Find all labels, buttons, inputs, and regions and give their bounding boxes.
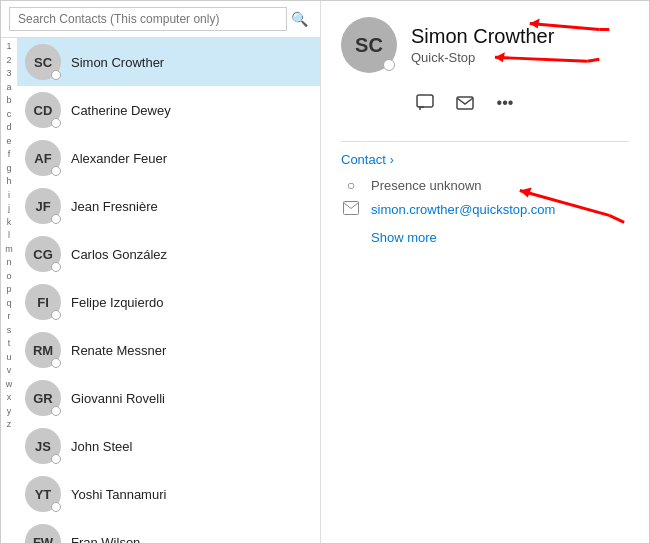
avatar-initials: CD: [34, 103, 53, 118]
avatar-initials: RM: [33, 343, 53, 358]
alpha-index: 1 2 3 a b c d e f g h i j k l m n o p q …: [1, 38, 17, 544]
alpha-m[interactable]: m: [3, 243, 15, 257]
search-bar: 🔍: [1, 1, 320, 38]
alpha-a[interactable]: a: [3, 81, 15, 95]
alpha-y[interactable]: y: [3, 405, 15, 419]
list-item[interactable]: CD Catherine Dewey: [17, 86, 320, 134]
list-item[interactable]: FI Felipe Izquierdo: [17, 278, 320, 326]
alpha-j[interactable]: j: [3, 202, 15, 216]
alpha-h[interactable]: h: [3, 175, 15, 189]
contact-name: Felipe Izquierdo: [71, 295, 164, 310]
avatar-status: [51, 454, 61, 464]
alpha-g[interactable]: g: [3, 162, 15, 176]
alpha-k[interactable]: k: [3, 216, 15, 230]
alpha-x[interactable]: x: [3, 391, 15, 405]
contact-title: Simon Crowther Quick-Stop: [411, 25, 554, 65]
divider: [341, 141, 629, 142]
alpha-s[interactable]: s: [3, 324, 15, 338]
search-input[interactable]: [9, 7, 287, 31]
avatar: AF: [25, 140, 61, 176]
alpha-z[interactable]: z: [3, 418, 15, 432]
action-icons: •••: [341, 89, 629, 117]
contact-name: Jean Fresnière: [71, 199, 158, 214]
avatar: FW: [25, 524, 61, 544]
presence-row: ○ Presence unknown: [341, 177, 629, 193]
avatar: CD: [25, 92, 61, 128]
alpha-q[interactable]: q: [3, 297, 15, 311]
contact-name: Alexander Feuer: [71, 151, 167, 166]
contact-name: Renate Messner: [71, 343, 166, 358]
search-button[interactable]: 🔍: [287, 9, 312, 29]
list-item[interactable]: AF Alexander Feuer: [17, 134, 320, 182]
list-item[interactable]: GR Giovanni Rovelli: [17, 374, 320, 422]
list-item[interactable]: JS John Steel: [17, 422, 320, 470]
avatar-status: [51, 358, 61, 368]
svg-rect-0: [417, 95, 433, 107]
avatar-status: [51, 262, 61, 272]
contact-name: John Steel: [71, 439, 132, 454]
svg-rect-1: [457, 97, 473, 109]
avatar: JS: [25, 428, 61, 464]
alpha-v[interactable]: v: [3, 364, 15, 378]
list-item[interactable]: CG Carlos González: [17, 230, 320, 278]
avatar-initials: YT: [35, 487, 52, 502]
avatar: RM: [25, 332, 61, 368]
alpha-d[interactable]: d: [3, 121, 15, 135]
list-item[interactable]: FW Fran Wilson: [17, 518, 320, 544]
chat-action-button[interactable]: [411, 89, 439, 117]
contact-name: Carlos González: [71, 247, 167, 262]
contact-name: Simon Crowther: [71, 55, 164, 70]
presence-status: Presence unknown: [371, 178, 482, 193]
list-item[interactable]: YT Yoshi Tannamuri: [17, 470, 320, 518]
avatar-status: [51, 310, 61, 320]
alpha-w[interactable]: w: [3, 378, 15, 392]
more-action-button[interactable]: •••: [491, 89, 519, 117]
contact-company: Quick-Stop: [411, 50, 554, 65]
alpha-b[interactable]: b: [3, 94, 15, 108]
list-item[interactable]: JF Jean Fresnière: [17, 182, 320, 230]
alpha-l[interactable]: l: [3, 229, 15, 243]
avatar-initials: AF: [34, 151, 51, 166]
alpha-e[interactable]: e: [3, 135, 15, 149]
alpha-1[interactable]: 1: [3, 40, 15, 54]
alpha-o[interactable]: o: [3, 270, 15, 284]
alpha-f[interactable]: f: [3, 148, 15, 162]
alpha-u[interactable]: u: [3, 351, 15, 365]
avatar: GR: [25, 380, 61, 416]
email-icon: [341, 201, 361, 218]
avatar: CG: [25, 236, 61, 272]
contacts-list: 1 2 3 a b c d e f g h i j k l m n o p q …: [1, 38, 320, 544]
avatar-initials: JF: [35, 199, 50, 214]
alpha-c[interactable]: c: [3, 108, 15, 122]
email-row: simon.crowther@quickstop.com: [341, 201, 629, 218]
alpha-3[interactable]: 3: [3, 67, 15, 81]
alpha-2[interactable]: 2: [3, 54, 15, 68]
arrows-overlay: [321, 1, 649, 543]
alpha-r[interactable]: r: [3, 310, 15, 324]
email-address[interactable]: simon.crowther@quickstop.com: [371, 202, 555, 217]
avatar-initials: CG: [33, 247, 53, 262]
avatar-initials: GR: [33, 391, 53, 406]
avatar-status: [51, 214, 61, 224]
avatar-status: [51, 502, 61, 512]
avatar-large: SC: [341, 17, 397, 73]
show-more-button[interactable]: Show more: [371, 230, 629, 245]
contact-header: SC Simon Crowther Quick-Stop: [341, 17, 629, 73]
contact-name: Catherine Dewey: [71, 103, 171, 118]
avatar-initials: FW: [33, 535, 53, 545]
avatar-status: [51, 70, 61, 80]
avatar: YT: [25, 476, 61, 512]
alpha-n[interactable]: n: [3, 256, 15, 270]
more-dots-icon: •••: [497, 94, 514, 112]
right-panel: SC Simon Crowther Quick-Stop ••• Contact: [321, 1, 649, 543]
list-item[interactable]: RM Renate Messner: [17, 326, 320, 374]
alpha-i[interactable]: i: [3, 189, 15, 203]
left-panel: 🔍 1 2 3 a b c d e f g h i j k l m n o p …: [1, 1, 321, 544]
alpha-t[interactable]: t: [3, 337, 15, 351]
alpha-p[interactable]: p: [3, 283, 15, 297]
contact-full-name: Simon Crowther: [411, 25, 554, 48]
email-action-button[interactable]: [451, 89, 479, 117]
list-item[interactable]: SC Simon Crowther: [17, 38, 320, 86]
section-header[interactable]: Contact ›: [341, 152, 629, 167]
avatar-initials: FI: [37, 295, 49, 310]
